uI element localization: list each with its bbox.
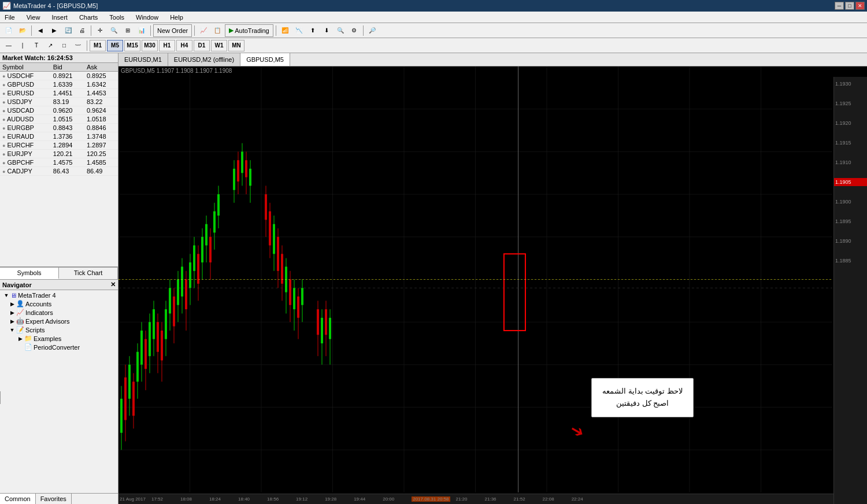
period-m15[interactable]: M15 bbox=[124, 40, 140, 51]
menu-window[interactable]: Window bbox=[134, 13, 161, 22]
market-watch-row[interactable]: ● GBPCHF 1.4575 1.4585 bbox=[0, 158, 118, 167]
chart-tab-eurusd-m1[interactable]: EURUSD,M1 bbox=[118, 53, 168, 66]
tb-templates[interactable]: 📋 bbox=[211, 24, 224, 37]
restore-button[interactable]: □ bbox=[845, 2, 854, 10]
tb-indicators[interactable]: 📈 bbox=[197, 24, 210, 37]
market-watch-row[interactable]: ● EURAUD 1.3736 1.3748 bbox=[0, 132, 118, 141]
chart-tab-gbpusd-m5[interactable]: GBPUSD,M5 bbox=[240, 53, 290, 66]
period-h4[interactable]: H4 bbox=[176, 40, 192, 51]
menu-help[interactable]: Help bbox=[168, 13, 186, 22]
nav-accounts[interactable]: ▶ 👤 Accounts bbox=[1, 299, 117, 308]
menu-insert[interactable]: Insert bbox=[49, 13, 70, 22]
tb-sep4 bbox=[194, 25, 195, 36]
autotrading-button[interactable]: ▶ AutoTrading bbox=[225, 24, 273, 37]
svg-rect-93 bbox=[289, 280, 291, 305]
market-watch-row[interactable]: ● AUDUSD 1.0515 1.0518 bbox=[0, 115, 118, 124]
mw-symbol: ● EURJPY bbox=[0, 150, 51, 158]
tb-print[interactable]: 🖨 bbox=[76, 24, 88, 37]
title-bar-controls[interactable]: ─ □ ✕ bbox=[835, 2, 865, 10]
mw-ask: 1.4585 bbox=[84, 158, 118, 167]
nav-examples[interactable]: ▶ 📁 Examples bbox=[1, 334, 117, 343]
chart-canvas[interactable]: GBPUSD,M5 1.1907 1.1908 1.1907 1.1908 bbox=[118, 66, 867, 504]
tb-new-chart[interactable]: 📄 bbox=[2, 24, 15, 37]
tb-zoom-out[interactable]: 🔍 bbox=[334, 24, 347, 37]
tb-forward[interactable]: ▶ bbox=[48, 24, 61, 37]
left-tab-common[interactable]: Common bbox=[0, 494, 36, 504]
minimize-button[interactable]: ─ bbox=[835, 2, 844, 10]
tb-volume[interactable]: 📊 bbox=[135, 24, 148, 37]
svg-rect-23 bbox=[124, 377, 127, 420]
price-1905: 1.1905 bbox=[834, 178, 867, 186]
mw-bid: 1.3736 bbox=[51, 132, 84, 141]
svg-rect-101 bbox=[317, 309, 319, 335]
tb-refresh[interactable]: 🔄 bbox=[62, 24, 75, 37]
tb-crosshair[interactable]: ✛ bbox=[94, 24, 106, 37]
mw-symbol: ● AUDUSD bbox=[0, 115, 51, 124]
price-1925: 1.1925 bbox=[834, 99, 867, 108]
left-tab-favorites[interactable]: Favorites bbox=[36, 494, 72, 504]
period-h1[interactable]: H1 bbox=[159, 40, 175, 51]
tb-more1[interactable]: ⬆ bbox=[306, 24, 319, 37]
menu-charts[interactable]: Charts bbox=[77, 13, 100, 22]
menu-file[interactable]: File bbox=[2, 13, 17, 22]
market-watch-row[interactable]: ● CADJPY 86.43 86.49 bbox=[0, 167, 118, 176]
nav-indicators[interactable]: ▶ 📈 Indicators bbox=[1, 308, 117, 317]
market-watch-row[interactable]: ● EURCHF 1.2894 1.2897 bbox=[0, 141, 118, 150]
nav-accounts-icon: 👤 bbox=[16, 300, 24, 307]
period-m30[interactable]: M30 bbox=[142, 40, 158, 51]
time-label-9: 19:44 bbox=[354, 496, 365, 502]
menu-bar: File View Insert Charts Tools Window Hel… bbox=[0, 12, 867, 23]
market-watch-row[interactable]: ● GBPUSD 1.6339 1.6342 bbox=[0, 80, 118, 89]
market-watch-table: Symbol Bid Ask ● USDCHF 0.8921 0.8925 ● … bbox=[0, 63, 118, 176]
period-mn[interactable]: MN bbox=[228, 40, 244, 51]
nav-metatrader4[interactable]: ▼ 🖥 MetaTrader 4 bbox=[1, 291, 117, 299]
chart-tab-eurusd-m2[interactable]: EURUSD,M2 (offline) bbox=[168, 53, 240, 66]
period-m1[interactable]: M1 bbox=[90, 40, 106, 51]
svg-rect-29 bbox=[136, 352, 139, 382]
nav-period-converter[interactable]: 📄 PeriodConverter bbox=[1, 343, 117, 351]
mw-bid: 1.4451 bbox=[51, 89, 84, 98]
market-watch-row[interactable]: ● EURJPY 120.21 120.25 bbox=[0, 150, 118, 158]
mw-ask: 83.22 bbox=[84, 98, 118, 106]
market-watch-row[interactable]: ● EURGBP 0.8843 0.8846 bbox=[0, 124, 118, 132]
tb-grid[interactable]: ⊞ bbox=[121, 24, 134, 37]
mw-col-ask: Ask bbox=[84, 63, 118, 72]
market-watch-row[interactable]: ● USDCHF 0.8921 0.8925 bbox=[0, 72, 118, 80]
tb-fib[interactable]: 〰 bbox=[72, 39, 84, 52]
nav-scripts[interactable]: ▼ 📝 Scripts bbox=[1, 325, 117, 334]
market-watch-row[interactable]: ● USDJPY 83.19 83.22 bbox=[0, 98, 118, 106]
menu-tools[interactable]: Tools bbox=[107, 13, 127, 22]
left-side-tab[interactable]: ⚙ bbox=[0, 391, 1, 404]
navigator-close[interactable]: ✕ bbox=[110, 281, 116, 288]
period-w1[interactable]: W1 bbox=[211, 40, 227, 51]
mw-ask: 86.49 bbox=[84, 167, 118, 176]
tb-more2[interactable]: ⬇ bbox=[320, 24, 333, 37]
menu-view[interactable]: View bbox=[24, 13, 43, 22]
mw-bid: 86.43 bbox=[51, 167, 84, 176]
tb-search[interactable]: 🔎 bbox=[366, 24, 379, 37]
tb-rect[interactable]: □ bbox=[58, 39, 71, 52]
market-watch-row[interactable]: ● EURUSD 1.4451 1.4453 bbox=[0, 89, 118, 98]
period-d1[interactable]: D1 bbox=[194, 40, 210, 51]
mw-tab-symbols[interactable]: Symbols bbox=[0, 268, 59, 279]
tb-line-tool[interactable]: — bbox=[2, 39, 15, 52]
nav-expert-advisors[interactable]: ▶ 🤖 Expert Advisors bbox=[1, 317, 117, 325]
tb-back[interactable]: ◀ bbox=[34, 24, 47, 37]
tb-settings[interactable]: ⚙ bbox=[348, 24, 361, 37]
tb-chart-line[interactable]: 📉 bbox=[292, 24, 305, 37]
tb-hline[interactable]: | bbox=[16, 39, 29, 52]
period-m5[interactable]: M5 bbox=[107, 40, 123, 51]
tb-chart-bar[interactable]: 📶 bbox=[279, 24, 291, 37]
price-1910: 1.1910 bbox=[834, 158, 867, 166]
price-1920: 1.1920 bbox=[834, 119, 867, 127]
tb-zoom-in[interactable]: 🔍 bbox=[108, 24, 120, 37]
mw-bid: 83.19 bbox=[51, 98, 84, 106]
tb-open[interactable]: 📂 bbox=[16, 24, 29, 37]
mw-tab-tick[interactable]: Tick Chart bbox=[59, 268, 118, 279]
new-order-button[interactable]: New Order bbox=[153, 24, 192, 37]
market-watch-row[interactable]: ● USDCAD 0.9620 0.9624 bbox=[0, 106, 118, 115]
tb-text[interactable]: T bbox=[30, 39, 43, 52]
svg-rect-39 bbox=[157, 322, 159, 352]
tb-arrow[interactable]: ↗ bbox=[44, 39, 57, 52]
close-button[interactable]: ✕ bbox=[855, 2, 865, 10]
